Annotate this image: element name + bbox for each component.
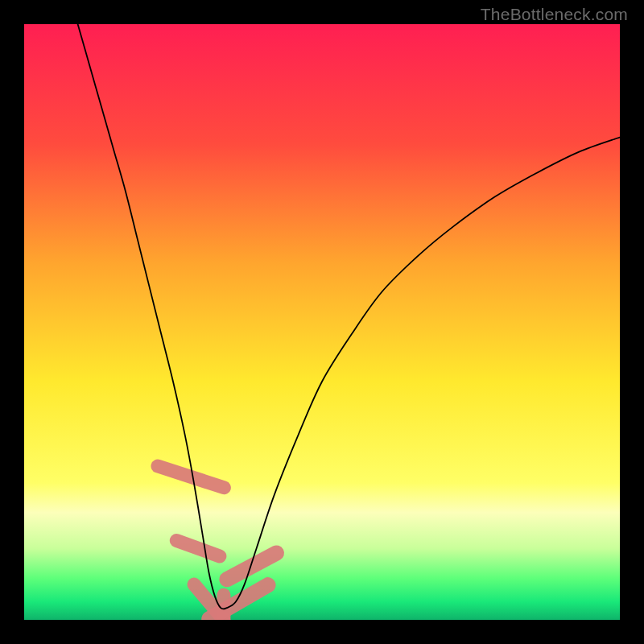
bottleneck-chart bbox=[24, 24, 620, 620]
chart-frame: TheBottleneck.com bbox=[0, 0, 644, 644]
gradient-background bbox=[24, 24, 620, 620]
watermark-text: TheBottleneck.com bbox=[481, 5, 628, 24]
plot-area bbox=[24, 24, 620, 620]
